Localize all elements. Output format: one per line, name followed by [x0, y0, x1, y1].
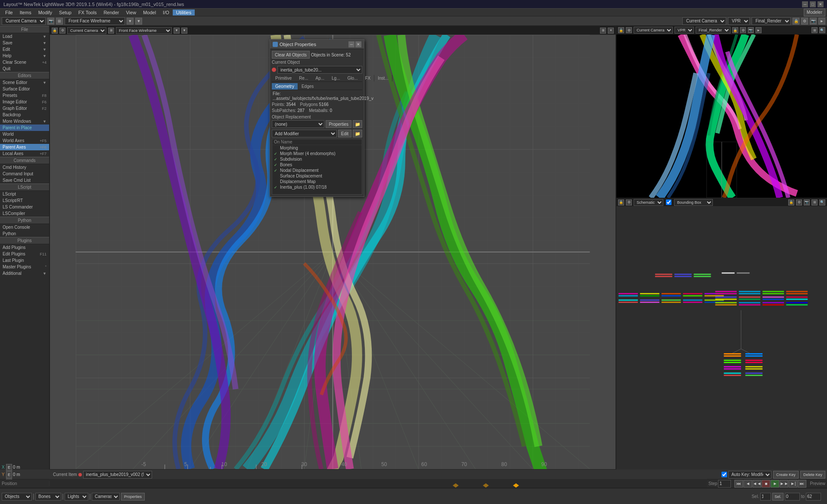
tab-geometry[interactable]: Geometry	[272, 83, 298, 90]
rv-icon1[interactable]: 🔒	[732, 27, 738, 33]
menu-setup[interactable]: Setup	[56, 9, 75, 16]
play-rev-btn[interactable]: ◄◄	[752, 480, 761, 488]
modifier-surface-displacement[interactable]: Surface Displacement	[272, 173, 362, 179]
sch-mode-select[interactable]: Schematic	[634, 199, 663, 206]
vp-maximize-icon[interactable]: ⊞	[600, 28, 606, 34]
prev-key-btn[interactable]: ⏮	[734, 480, 743, 488]
sidebar-item-load[interactable]: Load▼	[0, 33, 49, 40]
rv-maximize[interactable]: ⊞	[811, 27, 818, 33]
sidebar-item-parent-in-place[interactable]: Parent in Place	[0, 124, 49, 131]
rv-camera-select[interactable]: Current Camera	[634, 27, 673, 34]
modeler-btn[interactable]: Modeler	[804, 9, 825, 16]
sidebar-item-last-plugin[interactable]: Last Plugin	[0, 257, 49, 264]
sch-search[interactable]: 🔍	[819, 199, 825, 205]
dialog-title-bar[interactable]: Object Properties ─ ✕	[270, 40, 364, 49]
menu-model[interactable]: Model	[140, 9, 159, 16]
sidebar-item-save-cmd-list[interactable]: Save Cmd List	[0, 177, 49, 184]
properties-timeline-btn[interactable]: Properties	[121, 493, 145, 501]
rv-gear-icon[interactable]: ⚙	[626, 27, 632, 33]
tab-lg[interactable]: Lg...	[328, 75, 344, 81]
x-e-btn[interactable]: E	[6, 464, 12, 471]
viewport-mode-select[interactable]: Front Face Wireframe	[65, 17, 125, 25]
camera-icon[interactable]: 📷	[47, 18, 54, 25]
sidebar-item-save[interactable]: Save▼	[0, 40, 49, 46]
modifier-morph-mixer[interactable]: ✓ Morph Mixer (4 endomorphs)	[272, 151, 362, 156]
menu-io[interactable]: I/O	[159, 9, 173, 16]
frame-end-input[interactable]	[806, 493, 821, 501]
sch-maximize[interactable]: ⊞	[811, 199, 818, 205]
rv-search[interactable]: 🔍	[819, 27, 825, 33]
next-frame-btn[interactable]: ►|	[789, 480, 797, 488]
vp-cam-toggle[interactable]: ⊞	[108, 28, 114, 34]
rv-render-select[interactable]: Final_Render	[696, 27, 731, 34]
dialog-minimize-btn[interactable]: ─	[348, 41, 354, 47]
sidebar-item-graph-editor[interactable]: Graph EditorF2	[0, 105, 49, 112]
sidebar-item-open-console[interactable]: Open Console	[0, 224, 49, 230]
bbox-select[interactable]: Bounding Box	[674, 199, 713, 206]
render-viewport[interactable]: 🔒 ⚙ Current Camera VPR Final_Render 🔒 ⚙	[616, 26, 827, 198]
sidebar-item-backdrop[interactable]: Backdrop	[0, 112, 49, 118]
dialog-close-btn[interactable]: ✕	[355, 41, 361, 47]
sel-btn[interactable]: Sel.	[772, 493, 783, 501]
sidebar-item-edit[interactable]: Edit▼	[0, 46, 49, 53]
sidebar-item-lscript-rt[interactable]: LScript/RT	[0, 197, 49, 204]
vp-mode-toggle[interactable]: ▼	[174, 28, 180, 34]
rv-icon3[interactable]: 📷	[748, 27, 754, 33]
render-mode-select[interactable]: Final_Render	[752, 17, 791, 25]
properties-btn[interactable]: Properties	[326, 120, 351, 128]
render-gear-icon[interactable]: ⚙	[801, 18, 808, 25]
sidebar-item-help[interactable]: Help▼	[0, 53, 49, 59]
folder-btn[interactable]: 📁	[353, 120, 362, 128]
menu-modify[interactable]: Modify	[35, 9, 56, 16]
bones-select[interactable]: Bones	[35, 493, 61, 501]
auto-key-checkbox[interactable]	[721, 472, 727, 477]
modifier-list[interactable]: On Name Morphing ✓ Morph Mixer (4 endomo…	[272, 139, 362, 195]
object-properties-dialog[interactable]: Object Properties ─ ✕ Clear All Objects	[270, 39, 364, 197]
menu-view[interactable]: View	[122, 9, 140, 16]
vp-mode-icon1[interactable]: ▼	[127, 18, 134, 25]
sidebar-item-scene-editor[interactable]: Scene Editor▼	[0, 79, 49, 86]
sel-count-input[interactable]	[760, 493, 771, 501]
render-play-icon[interactable]: ►	[818, 18, 825, 25]
y-e-btn[interactable]: E	[6, 471, 12, 478]
rv-icon2[interactable]: ⚙	[740, 27, 746, 33]
current-object-select[interactable]: inertia_plus_tube20...	[277, 66, 362, 74]
modifier-inertia[interactable]: ✓ Inertia_plus (1.00) 07/18	[272, 184, 362, 190]
tab-re[interactable]: Re...	[295, 75, 312, 81]
maximize-btn[interactable]: □	[810, 1, 816, 7]
minimize-btn[interactable]: ─	[802, 1, 808, 7]
main-viewport-canvas[interactable]: -5 5 10 20 30 40 50 60 70 80 90	[50, 35, 616, 469]
sidebar-item-surface-editor[interactable]: Surface Editor	[0, 86, 49, 92]
main-mode-select[interactable]: Front Face Wireframe	[116, 27, 172, 34]
tab-fx[interactable]: FX	[361, 75, 374, 81]
objects-select[interactable]: Objects	[2, 493, 32, 501]
clear-all-btn[interactable]: Clear All Objects	[272, 51, 310, 59]
sidebar-item-lscompiler[interactable]: LSCompiler	[0, 210, 49, 217]
camera-select[interactable]: Current Camera	[2, 17, 46, 25]
sidebar-item-additional[interactable]: Additional▼	[0, 270, 49, 277]
sidebar-item-image-editor[interactable]: Image EditorF6	[0, 99, 49, 105]
tab-glo[interactable]: Glo...	[344, 75, 362, 81]
lights-select[interactable]: Lights	[65, 493, 88, 501]
vp-mode-icon2[interactable]: ▼	[135, 18, 142, 25]
modifier-morphing[interactable]: Morphing	[272, 145, 362, 151]
viewport-icon[interactable]: ⊞	[56, 18, 63, 25]
sidebar-item-clear-scene[interactable]: Clear Scene +4	[0, 59, 49, 65]
vp-lock-icon[interactable]: 🔒	[52, 28, 58, 34]
menu-items[interactable]: Items	[16, 9, 35, 16]
play-fwd-btn[interactable]: ►►	[780, 480, 788, 488]
modifier-bones[interactable]: ✓ Bones	[272, 162, 362, 168]
rv-icon4[interactable]: ►	[755, 27, 762, 33]
sidebar-item-cmd-history[interactable]: Cmd History	[0, 164, 49, 171]
sidebar-item-quit[interactable]: Quit	[0, 65, 49, 72]
menu-render[interactable]: Render	[100, 9, 122, 16]
replacement-select[interactable]: (none)	[272, 120, 324, 128]
render-lock-icon[interactable]: 🔒	[793, 18, 799, 25]
menu-fx-tools[interactable]: FX Tools	[75, 9, 100, 16]
sidebar-item-lscript[interactable]: LScript	[0, 191, 49, 197]
sch-lock-icon[interactable]: 🔒	[618, 199, 624, 205]
sidebar-item-master-plugins[interactable]: Master Plugins°	[0, 264, 49, 270]
tab-inst[interactable]: Inst...	[374, 75, 392, 81]
add-modifier-select[interactable]: Add Modifier	[272, 130, 337, 137]
modifier-nodal-displacement[interactable]: ✓ Nodal Displacement	[272, 168, 362, 173]
